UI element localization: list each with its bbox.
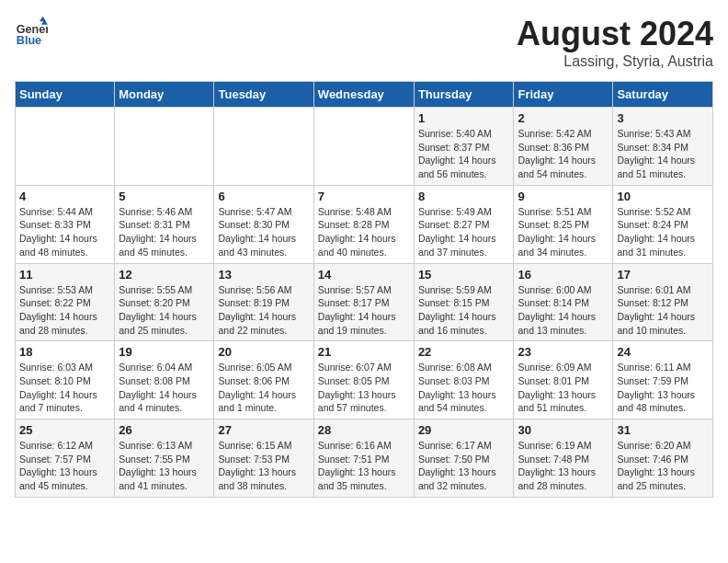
calendar-cell: 10Sunrise: 5:52 AM Sunset: 8:24 PM Dayli…: [613, 185, 713, 263]
calendar-cell: [214, 108, 313, 186]
day-detail: Sunrise: 6:03 AM Sunset: 8:10 PM Dayligh…: [19, 361, 110, 415]
day-number: 22: [418, 345, 510, 359]
calendar-cell: 31Sunrise: 6:20 AM Sunset: 7:46 PM Dayli…: [613, 419, 713, 498]
logo-icon: General Blue: [15, 15, 48, 48]
calendar-cell: [313, 108, 414, 186]
day-detail: Sunrise: 5:51 AM Sunset: 8:25 PM Dayligh…: [518, 205, 609, 259]
day-detail: Sunrise: 6:04 AM Sunset: 8:08 PM Dayligh…: [119, 361, 210, 415]
calendar-cell: 2Sunrise: 5:42 AM Sunset: 8:36 PM Daylig…: [514, 108, 613, 186]
day-number: 28: [318, 423, 410, 437]
day-number: 6: [218, 190, 309, 203]
day-number: 31: [617, 423, 709, 437]
day-number: 5: [119, 190, 210, 203]
day-detail: Sunrise: 6:16 AM Sunset: 7:51 PM Dayligh…: [318, 439, 410, 493]
calendar-cell: 22Sunrise: 6:08 AM Sunset: 8:03 PM Dayli…: [414, 341, 514, 419]
header: General Blue August 2024 Lassing, Styria…: [15, 15, 713, 70]
calendar-cell: 1Sunrise: 5:40 AM Sunset: 8:37 PM Daylig…: [414, 108, 514, 186]
day-detail: Sunrise: 5:43 AM Sunset: 8:34 PM Dayligh…: [617, 127, 709, 181]
day-number: 19: [119, 345, 210, 359]
calendar-cell: 27Sunrise: 6:15 AM Sunset: 7:53 PM Dayli…: [214, 419, 313, 498]
calendar-cell: [16, 108, 115, 186]
calendar-cell: 12Sunrise: 5:55 AM Sunset: 8:20 PM Dayli…: [115, 263, 214, 341]
day-detail: Sunrise: 5:49 AM Sunset: 8:27 PM Dayligh…: [418, 205, 510, 259]
calendar-cell: 29Sunrise: 6:17 AM Sunset: 7:50 PM Dayli…: [414, 419, 514, 498]
logo: General Blue: [15, 15, 48, 48]
day-number: 17: [617, 268, 709, 282]
svg-text:Blue: Blue: [17, 34, 41, 47]
day-detail: Sunrise: 5:56 AM Sunset: 8:19 PM Dayligh…: [218, 283, 309, 338]
day-detail: Sunrise: 5:42 AM Sunset: 8:36 PM Dayligh…: [518, 127, 609, 181]
calendar-cell: 11Sunrise: 5:53 AM Sunset: 8:22 PM Dayli…: [16, 263, 115, 341]
subtitle: Lassing, Styria, Austria: [517, 53, 713, 70]
weekday-header-thursday: Thursday: [414, 82, 514, 108]
day-number: 9: [518, 190, 609, 203]
day-number: 14: [318, 268, 410, 282]
day-number: 26: [119, 423, 210, 437]
day-detail: Sunrise: 6:11 AM Sunset: 7:59 PM Dayligh…: [617, 361, 709, 415]
day-detail: Sunrise: 5:59 AM Sunset: 8:15 PM Dayligh…: [418, 283, 510, 338]
day-detail: Sunrise: 6:13 AM Sunset: 7:55 PM Dayligh…: [119, 439, 210, 493]
day-detail: Sunrise: 6:19 AM Sunset: 7:48 PM Dayligh…: [518, 439, 609, 493]
day-detail: Sunrise: 5:47 AM Sunset: 8:30 PM Dayligh…: [218, 205, 309, 259]
day-detail: Sunrise: 5:53 AM Sunset: 8:22 PM Dayligh…: [19, 283, 110, 338]
calendar-cell: 18Sunrise: 6:03 AM Sunset: 8:10 PM Dayli…: [16, 341, 115, 419]
calendar-cell: 14Sunrise: 5:57 AM Sunset: 8:17 PM Dayli…: [313, 263, 414, 341]
day-number: 1: [418, 111, 510, 125]
day-detail: Sunrise: 6:09 AM Sunset: 8:01 PM Dayligh…: [518, 361, 609, 415]
calendar-cell: 5Sunrise: 5:46 AM Sunset: 8:31 PM Daylig…: [115, 185, 214, 263]
weekday-header-friday: Friday: [514, 82, 613, 108]
day-number: 8: [418, 190, 510, 203]
day-number: 12: [119, 268, 210, 282]
day-detail: Sunrise: 5:55 AM Sunset: 8:20 PM Dayligh…: [119, 283, 210, 338]
day-number: 24: [617, 345, 709, 359]
week-row-3: 11Sunrise: 5:53 AM Sunset: 8:22 PM Dayli…: [16, 263, 713, 341]
day-detail: Sunrise: 6:07 AM Sunset: 8:05 PM Dayligh…: [318, 361, 410, 415]
week-row-5: 25Sunrise: 6:12 AM Sunset: 7:57 PM Dayli…: [16, 419, 713, 498]
day-detail: Sunrise: 5:48 AM Sunset: 8:28 PM Dayligh…: [318, 205, 410, 259]
day-number: 7: [318, 190, 410, 203]
calendar-cell: 3Sunrise: 5:43 AM Sunset: 8:34 PM Daylig…: [613, 108, 713, 186]
day-detail: Sunrise: 5:46 AM Sunset: 8:31 PM Dayligh…: [119, 205, 210, 259]
day-number: 27: [218, 423, 309, 437]
calendar-cell: 23Sunrise: 6:09 AM Sunset: 8:01 PM Dayli…: [514, 341, 613, 419]
day-number: 20: [218, 345, 309, 359]
weekday-header-monday: Monday: [115, 82, 214, 108]
day-number: 18: [19, 345, 110, 359]
calendar-cell: [115, 108, 214, 186]
day-detail: Sunrise: 6:12 AM Sunset: 7:57 PM Dayligh…: [19, 439, 110, 493]
day-detail: Sunrise: 5:57 AM Sunset: 8:17 PM Dayligh…: [318, 283, 410, 338]
day-number: 29: [418, 423, 510, 437]
calendar-cell: 25Sunrise: 6:12 AM Sunset: 7:57 PM Dayli…: [16, 419, 115, 498]
title-area: August 2024 Lassing, Styria, Austria: [517, 15, 713, 70]
day-number: 11: [19, 268, 110, 282]
day-number: 15: [418, 268, 510, 282]
day-number: 2: [518, 111, 609, 125]
week-row-2: 4Sunrise: 5:44 AM Sunset: 8:33 PM Daylig…: [16, 185, 713, 263]
calendar-cell: 26Sunrise: 6:13 AM Sunset: 7:55 PM Dayli…: [115, 419, 214, 498]
calendar-cell: 19Sunrise: 6:04 AM Sunset: 8:08 PM Dayli…: [115, 341, 214, 419]
calendar-table: SundayMondayTuesdayWednesdayThursdayFrid…: [15, 81, 713, 498]
calendar-cell: 24Sunrise: 6:11 AM Sunset: 7:59 PM Dayli…: [613, 341, 713, 419]
calendar-cell: 8Sunrise: 5:49 AM Sunset: 8:27 PM Daylig…: [414, 185, 514, 263]
calendar-cell: 4Sunrise: 5:44 AM Sunset: 8:33 PM Daylig…: [16, 185, 115, 263]
weekday-header-wednesday: Wednesday: [313, 82, 414, 108]
day-detail: Sunrise: 6:05 AM Sunset: 8:06 PM Dayligh…: [218, 361, 309, 415]
calendar-cell: 16Sunrise: 6:00 AM Sunset: 8:14 PM Dayli…: [514, 263, 613, 341]
main-title: August 2024: [517, 15, 713, 53]
calendar-cell: 7Sunrise: 5:48 AM Sunset: 8:28 PM Daylig…: [313, 185, 414, 263]
day-detail: Sunrise: 6:01 AM Sunset: 8:12 PM Dayligh…: [617, 283, 709, 338]
day-number: 3: [617, 111, 709, 125]
day-detail: Sunrise: 5:40 AM Sunset: 8:37 PM Dayligh…: [418, 127, 510, 181]
day-detail: Sunrise: 6:00 AM Sunset: 8:14 PM Dayligh…: [518, 283, 609, 338]
day-detail: Sunrise: 6:08 AM Sunset: 8:03 PM Dayligh…: [418, 361, 510, 415]
weekday-header-tuesday: Tuesday: [214, 82, 313, 108]
calendar-cell: 6Sunrise: 5:47 AM Sunset: 8:30 PM Daylig…: [214, 185, 313, 263]
day-number: 25: [19, 423, 110, 437]
day-detail: Sunrise: 6:17 AM Sunset: 7:50 PM Dayligh…: [418, 439, 510, 493]
calendar-cell: 20Sunrise: 6:05 AM Sunset: 8:06 PM Dayli…: [214, 341, 313, 419]
day-number: 23: [518, 345, 609, 359]
calendar-cell: 13Sunrise: 5:56 AM Sunset: 8:19 PM Dayli…: [214, 263, 313, 341]
day-detail: Sunrise: 6:15 AM Sunset: 7:53 PM Dayligh…: [218, 439, 309, 493]
weekday-header-row: SundayMondayTuesdayWednesdayThursdayFrid…: [16, 82, 713, 108]
day-detail: Sunrise: 5:44 AM Sunset: 8:33 PM Dayligh…: [19, 205, 110, 259]
